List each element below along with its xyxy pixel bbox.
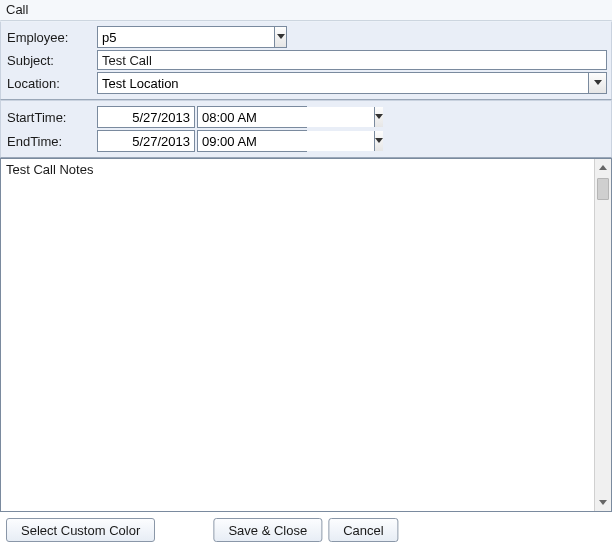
cancel-button[interactable]: Cancel	[328, 518, 398, 542]
starttime-label: StartTime:	[5, 108, 97, 127]
chevron-down-icon	[277, 34, 285, 40]
footer: Select Custom Color Save & Close Cancel	[0, 512, 612, 550]
chevron-down-icon	[594, 80, 602, 86]
row-endtime: EndTime:	[5, 130, 607, 152]
scroll-up-button[interactable]	[595, 159, 611, 176]
row-subject: Subject:	[5, 50, 607, 70]
save-and-close-button[interactable]: Save & Close	[213, 518, 322, 542]
employee-input[interactable]	[98, 27, 274, 47]
chevron-down-icon	[375, 114, 383, 120]
notes-textarea[interactable]	[1, 159, 594, 511]
end-time-input[interactable]	[198, 131, 374, 151]
start-time-dropdown-button[interactable]	[374, 107, 383, 127]
chevron-up-icon	[599, 165, 607, 171]
end-time-combobox[interactable]	[197, 130, 307, 152]
start-date-input[interactable]	[97, 106, 195, 128]
scroll-track[interactable]	[595, 176, 611, 494]
start-time-combobox[interactable]	[197, 106, 307, 128]
row-employee: Employee:	[5, 26, 607, 48]
scroll-thumb[interactable]	[597, 178, 609, 200]
notes-area	[0, 158, 612, 512]
location-input[interactable]	[98, 73, 588, 93]
employee-label: Employee:	[5, 28, 97, 47]
footer-center-group: Save & Close Cancel	[213, 518, 398, 542]
end-date-input[interactable]	[97, 130, 195, 152]
select-custom-color-button[interactable]: Select Custom Color	[6, 518, 155, 542]
employee-combobox[interactable]	[97, 26, 287, 48]
chevron-down-icon	[599, 500, 607, 506]
call-dialog: Call Employee: Subject: Location:	[0, 0, 612, 550]
row-location: Location:	[5, 72, 607, 94]
end-time-dropdown-button[interactable]	[374, 131, 383, 151]
location-dropdown-button[interactable]	[588, 73, 606, 93]
fields-panel-top: Employee: Subject: Location:	[0, 20, 612, 100]
scroll-down-button[interactable]	[595, 494, 611, 511]
location-combobox[interactable]	[97, 72, 607, 94]
fields-panel-time: StartTime: EndTime:	[0, 100, 612, 158]
endtime-label: EndTime:	[5, 132, 97, 151]
window-title: Call	[0, 0, 612, 20]
subject-input[interactable]	[97, 50, 607, 70]
subject-label: Subject:	[5, 51, 97, 70]
notes-scrollbar[interactable]	[594, 159, 611, 511]
location-label: Location:	[5, 74, 97, 93]
employee-dropdown-button[interactable]	[274, 27, 286, 47]
start-time-input[interactable]	[198, 107, 374, 127]
row-starttime: StartTime:	[5, 106, 607, 128]
chevron-down-icon	[375, 138, 383, 144]
